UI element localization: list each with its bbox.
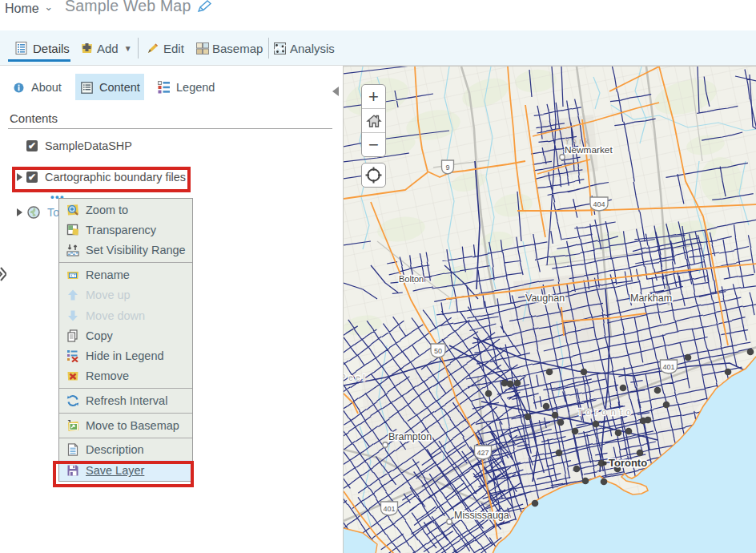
svg-text:Bolton: Bolton: [399, 274, 424, 284]
svg-text:401: 401: [662, 363, 674, 371]
svg-text:Vaughan: Vaughan: [525, 293, 565, 304]
svg-text:Brampton: Brampton: [388, 431, 432, 442]
svg-text:Toronto: Toronto: [577, 407, 635, 417]
svg-text:Mississauga: Mississauga: [454, 510, 509, 521]
svg-text:427: 427: [477, 449, 489, 457]
svg-text:401: 401: [383, 505, 395, 513]
svg-text:404: 404: [593, 200, 605, 208]
svg-text:Toronto: Toronto: [609, 457, 647, 469]
svg-text:9: 9: [445, 163, 449, 172]
svg-text:Peel: Peel: [344, 373, 368, 382]
svg-text:X T: X T: [70, 273, 76, 277]
svg-text:50: 50: [434, 347, 442, 355]
svg-text:Markham: Markham: [630, 293, 672, 304]
svg-text:Newmarket: Newmarket: [565, 144, 613, 155]
